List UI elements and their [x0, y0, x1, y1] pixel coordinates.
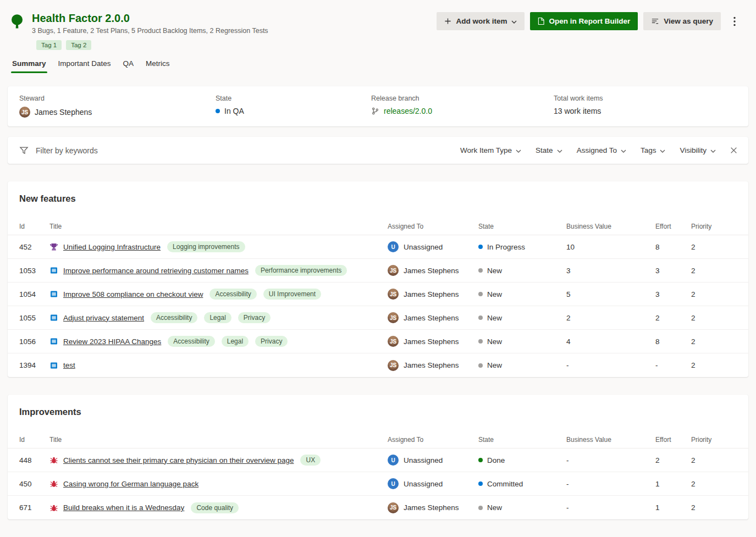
- filter-dropdown-label: Tags: [641, 146, 656, 154]
- section-title: New features: [19, 193, 748, 204]
- open-report-builder-button[interactable]: Open in Report Builder: [530, 12, 638, 30]
- state-cell: Committed: [478, 480, 566, 488]
- work-item-tag: Accessibility: [151, 312, 197, 323]
- state-dot: [478, 363, 483, 368]
- close-icon: [730, 147, 737, 154]
- work-item-tag: UX: [300, 455, 321, 466]
- state-label: New: [487, 267, 502, 275]
- business-value-cell: 4: [566, 337, 655, 346]
- column-header-effort: Effort: [655, 223, 691, 230]
- avatar: JS: [388, 289, 399, 300]
- backlog-item-icon: [49, 266, 58, 275]
- work-item-link[interactable]: Casing wrong for German language pack: [63, 480, 198, 488]
- new-features-section: New features IdTitleAssigned ToStateBusi…: [8, 181, 748, 377]
- priority-cell: 2: [691, 480, 737, 488]
- work-item-link[interactable]: Adjust privacy statement: [63, 314, 144, 322]
- business-value-cell: -: [566, 480, 655, 488]
- chevron-down-icon: [710, 150, 716, 153]
- effort-cell: 8: [655, 243, 691, 251]
- table-row: 1053Improve performance around retrievin…: [8, 259, 748, 283]
- work-item-link[interactable]: Build breaks when it is a Wednesday: [63, 503, 184, 512]
- keyword-filter-input[interactable]: [35, 146, 460, 156]
- state-cell: New: [478, 503, 566, 512]
- assignee-name: James Stephens: [404, 314, 459, 322]
- tab-metrics[interactable]: Metrics: [145, 57, 171, 73]
- view-as-query-label: View as query: [664, 17, 713, 25]
- filter-state[interactable]: State: [536, 146, 562, 154]
- chevron-down-icon: [660, 150, 665, 153]
- effort-cell: -: [655, 361, 691, 369]
- funnel-icon: [19, 146, 29, 155]
- state-dot: [478, 292, 483, 296]
- avatar: U: [388, 241, 399, 252]
- work-item-tag: UI Improvement: [263, 289, 321, 300]
- avatar: JS: [388, 265, 399, 276]
- state-dot: [478, 506, 483, 510]
- chevron-down-icon: [511, 20, 517, 24]
- tab-qa[interactable]: QA: [122, 57, 135, 73]
- chevron-down-icon: [557, 150, 562, 153]
- avatar: U: [388, 455, 399, 466]
- assigned-to-cell: JSJames Stephens: [388, 289, 478, 300]
- column-header-title: Title: [49, 436, 388, 444]
- tab-important-dates[interactable]: Important Dates: [57, 57, 112, 73]
- state-label: New: [487, 337, 502, 346]
- assignee-name: James Stephens: [404, 337, 459, 346]
- clear-filters-button[interactable]: [728, 145, 740, 156]
- plus-icon: [444, 18, 451, 25]
- table-row: 1055Adjust privacy statementAccessibilit…: [8, 306, 748, 330]
- bug-icon: [49, 503, 58, 512]
- feature-trophy-icon: [49, 242, 58, 251]
- work-item-link[interactable]: test: [63, 361, 75, 369]
- business-value-cell: -: [566, 503, 655, 512]
- filter-visibility[interactable]: Visibility: [680, 146, 716, 154]
- business-value-cell: 10: [566, 243, 655, 251]
- filter-assigned-to[interactable]: Assigned To: [577, 146, 626, 154]
- document-icon: [538, 17, 544, 25]
- release-branch-link[interactable]: releases/2.0.0: [384, 107, 432, 115]
- work-item-link[interactable]: Unified Logging Infrastructure: [63, 243, 161, 251]
- header-left: Health Factor 2.0.0 3 Bugs, 1 Feature, 2…: [9, 12, 268, 50]
- header-tags: Tag 1Tag 2: [36, 40, 268, 50]
- priority-cell: 2: [691, 267, 737, 275]
- filter-tags[interactable]: Tags: [641, 146, 666, 154]
- work-item-link[interactable]: Clients cannot see their primary care ph…: [63, 456, 294, 464]
- assignee-name: Unassigned: [404, 243, 443, 251]
- tab-summary[interactable]: Summary: [11, 57, 47, 73]
- priority-cell: 2: [691, 337, 737, 346]
- assigned-to-cell: UUnassigned: [388, 241, 478, 252]
- state-dot: [478, 339, 483, 344]
- header-actions: Add work item Open in Report Builder Vie…: [437, 12, 743, 30]
- state-dot: [478, 458, 483, 462]
- state-dot: [478, 245, 483, 249]
- work-item-link[interactable]: Review 2023 HIPAA Changes: [63, 337, 161, 346]
- work-item-link[interactable]: Improve performance around retrieving cu…: [63, 267, 249, 275]
- column-header-priority: Priority: [691, 223, 737, 230]
- effort-cell: 1: [655, 480, 691, 488]
- assigned-to-cell: UUnassigned: [388, 478, 478, 489]
- avatar: JS: [388, 336, 399, 347]
- backlog-item-icon: [49, 290, 58, 298]
- business-value-cell: 2: [566, 314, 655, 322]
- business-value-cell: -: [566, 456, 655, 464]
- assignee-name: Unassigned: [404, 456, 443, 464]
- business-value-cell: 3: [566, 267, 655, 275]
- priority-cell: 2: [691, 361, 737, 369]
- view-as-query-button[interactable]: View as query: [643, 12, 721, 30]
- filter-dropdowns: Work Item TypeStateAssigned ToTagsVisibi…: [460, 146, 716, 154]
- open-report-builder-label: Open in Report Builder: [549, 17, 630, 25]
- more-options-button[interactable]: [726, 12, 743, 30]
- release-branch-label: Release branch: [371, 95, 554, 102]
- effort-cell: 2: [655, 456, 691, 464]
- filter-work-item-type[interactable]: Work Item Type: [460, 146, 521, 154]
- work-item-link[interactable]: Improve 508 compliance on checkout view: [63, 290, 203, 298]
- filter-dropdown-label: Assigned To: [577, 146, 617, 154]
- state-label: New: [487, 314, 502, 322]
- add-work-item-button[interactable]: Add work item: [437, 12, 525, 30]
- work-item-tag: Accessibility: [209, 289, 256, 300]
- table-body: 448Clients cannot see their primary care…: [8, 449, 748, 519]
- column-header-business-value: Business Value: [566, 223, 655, 230]
- column-header-id: Id: [19, 436, 49, 444]
- state-block: State In QA: [216, 95, 371, 126]
- work-item-id: 1394: [19, 361, 49, 369]
